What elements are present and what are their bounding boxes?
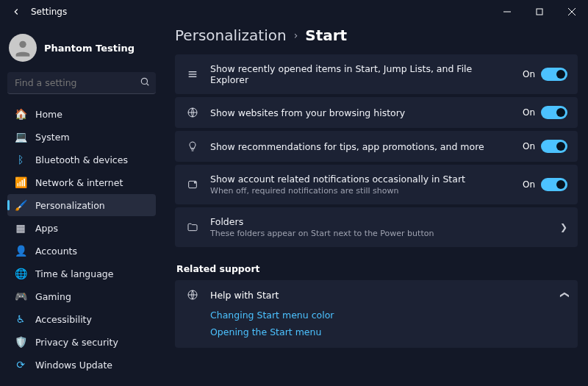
sidebar-item-time[interactable]: 🌐Time & language — [7, 262, 156, 285]
globe-icon — [185, 107, 200, 118]
sidebar-item-update[interactable]: ⟳Windows Update — [7, 354, 156, 376]
setting-websites-history[interactable]: Show websites from your browsing history… — [175, 97, 578, 128]
sidebar-item-system[interactable]: 💻System — [7, 126, 156, 148]
sidebar-item-accounts[interactable]: 👤Accounts — [7, 240, 156, 262]
sidebar-item-label: Accounts — [35, 246, 77, 257]
sidebar-item-label: Accessibility — [35, 314, 92, 325]
setting-account-notifications[interactable]: Show account related notifications occas… — [175, 165, 578, 204]
home-icon: 🏠 — [15, 108, 26, 120]
sidebar-item-label: Home — [35, 109, 62, 120]
setting-recommendations[interactable]: Show recommendations for tips, app promo… — [175, 131, 578, 162]
toggle-state: On — [523, 107, 535, 118]
support-link[interactable]: Changing Start menu color — [210, 310, 567, 321]
toggle-state: On — [523, 141, 535, 151]
sidebar-item-label: Windows Update — [35, 360, 112, 371]
maximize-button[interactable] — [523, 0, 556, 24]
search-box[interactable] — [7, 72, 156, 94]
back-button[interactable] — [4, 7, 28, 17]
sidebar-item-privacy[interactable]: 🛡️Privacy & security — [7, 331, 156, 353]
wifi-icon: 📶 — [15, 176, 26, 188]
gamepad-icon: 🎮 — [15, 290, 26, 302]
sidebar-item-label: Personalization — [35, 200, 105, 211]
list-icon — [185, 68, 200, 80]
chevron-up-icon[interactable]: ❯ — [559, 291, 569, 299]
sidebar: Phantom Testing 🏠Home 💻System ᛒBluetooth… — [0, 24, 160, 386]
breadcrumb: Personalization › Start — [175, 25, 578, 54]
title-bar: Settings — [0, 0, 588, 24]
chevron-right-icon: › — [294, 29, 298, 41]
toggle-switch[interactable] — [541, 140, 567, 153]
window-icon — [185, 179, 200, 190]
system-icon: 💻 — [15, 131, 26, 143]
folder-icon — [185, 221, 200, 233]
sidebar-item-personalization[interactable]: 🖌️Personalization — [7, 194, 156, 216]
update-icon: ⟳ — [15, 359, 26, 371]
clock-icon: 🌐 — [15, 268, 26, 279]
svg-rect-1 — [537, 9, 542, 15]
user-profile[interactable]: Phantom Testing — [7, 28, 156, 72]
main-content: Personalization › Start Show recently op… — [160, 24, 588, 386]
setting-title: Show websites from your browsing history — [210, 107, 512, 118]
help-with-start-card[interactable]: Help with Start ❯ Changing Start menu co… — [175, 280, 578, 348]
setting-subtitle: These folders appear on Start next to th… — [210, 229, 550, 238]
window-title: Settings — [28, 7, 491, 17]
person-icon: 👤 — [15, 245, 26, 257]
sidebar-item-apps[interactable]: ▦Apps — [7, 217, 156, 239]
sidebar-item-network[interactable]: 📶Network & internet — [7, 171, 156, 193]
svg-point-12 — [194, 182, 196, 183]
sidebar-item-home[interactable]: 🏠Home — [7, 103, 156, 125]
globe-icon — [185, 289, 200, 301]
sidebar-item-label: Bluetooth & devices — [35, 154, 128, 165]
sidebar-item-label: Privacy & security — [35, 337, 118, 348]
setting-recent-items[interactable]: Show recently opened items in Start, Jum… — [175, 54, 578, 94]
toggle-state: On — [523, 69, 535, 79]
toggle-switch[interactable] — [541, 178, 567, 191]
setting-title: Show recently opened items in Start, Jum… — [210, 63, 512, 85]
sidebar-item-bluetooth[interactable]: ᛒBluetooth & devices — [7, 149, 156, 171]
svg-line-6 — [146, 83, 148, 85]
toggle-state: On — [523, 179, 535, 190]
minimize-button[interactable] — [491, 0, 523, 24]
sidebar-item-label: Network & internet — [35, 177, 123, 188]
setting-folders[interactable]: Folders These folders appear on Start ne… — [175, 207, 578, 247]
toggle-switch[interactable] — [541, 68, 567, 81]
chevron-right-icon: ❯ — [560, 222, 567, 232]
accessibility-icon: ♿ — [15, 313, 26, 325]
page-title: Start — [305, 26, 347, 44]
svg-point-4 — [19, 41, 26, 48]
sidebar-item-label: System — [35, 132, 70, 143]
setting-title: Show account related notifications occas… — [210, 174, 512, 185]
brush-icon: 🖌️ — [15, 199, 26, 211]
breadcrumb-parent[interactable]: Personalization — [175, 26, 287, 44]
user-name: Phantom Testing — [44, 43, 135, 54]
setting-title: Show recommendations for tips, app promo… — [210, 141, 512, 152]
toggle-switch[interactable] — [541, 106, 567, 119]
sidebar-item-gaming[interactable]: 🎮Gaming — [7, 285, 156, 307]
search-icon — [140, 76, 150, 87]
search-input[interactable] — [7, 72, 156, 94]
sidebar-item-accessibility[interactable]: ♿Accessibility — [7, 308, 156, 330]
svg-point-5 — [141, 78, 147, 84]
related-support-heading: Related support — [175, 250, 578, 280]
avatar — [9, 34, 37, 62]
support-link[interactable]: Opening the Start menu — [210, 326, 567, 337]
setting-title: Folders — [210, 216, 550, 227]
lightbulb-icon — [185, 140, 200, 152]
sidebar-item-label: Time & language — [35, 268, 113, 279]
close-button[interactable] — [556, 0, 588, 24]
sidebar-item-label: Gaming — [35, 291, 71, 302]
sidebar-item-label: Apps — [35, 223, 58, 234]
support-title: Help with Start — [210, 290, 550, 301]
bluetooth-icon: ᛒ — [15, 154, 26, 165]
shield-icon: 🛡️ — [15, 336, 26, 348]
grid-icon: ▦ — [15, 222, 26, 234]
setting-subtitle: When off, required notifications are sti… — [210, 186, 512, 196]
